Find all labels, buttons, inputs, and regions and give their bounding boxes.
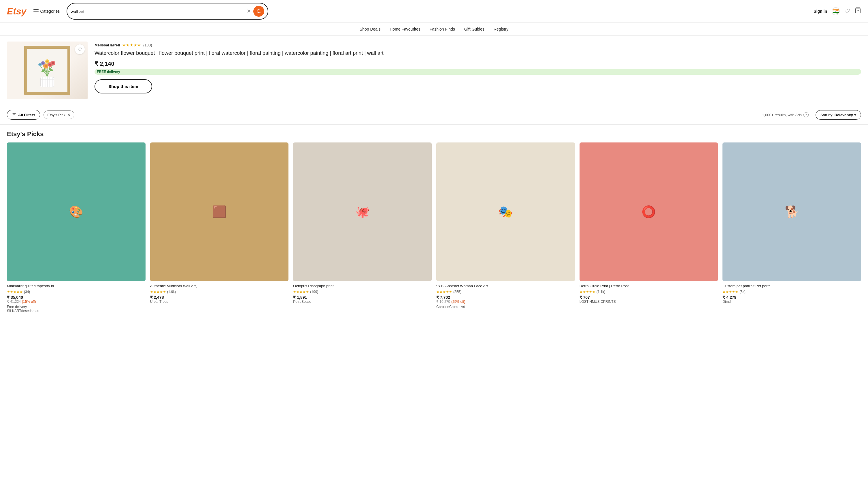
featured-product-title: Watercolor flower bouquet | flower bouqu… [95,50,861,57]
product-image-placeholder: 🟫 [150,143,289,281]
svg-point-25 [52,62,54,64]
navigation: Shop Deals Home Favourites Fashion Finds… [0,23,868,36]
clear-search-button[interactable]: ✕ [244,8,253,14]
product-rating-row: ★★★★★ (1.1k) [580,290,718,294]
svg-point-0 [257,9,260,13]
product-price: ₹ 7,702 [436,295,575,300]
product-price: ₹ 1,891 [293,295,432,300]
product-image: 🟫 [150,143,289,281]
product-seller: SILKARTdesedamas [7,309,146,313]
filters-row: All Filters Etsy's Pick ✕ 1,000+ results… [0,105,868,125]
cart-icon[interactable] [855,7,861,15]
product-stars: ★★★★★ [580,290,595,294]
product-card[interactable]: 🐕 Custom pet portrait Pet portr... ★★★★★… [722,143,861,313]
flower-artwork [31,51,63,90]
product-card[interactable]: 🟫 Authentic Mudcloth Wall Art, ... ★★★★★… [150,143,289,313]
product-reviews: (1.9k) [167,290,176,294]
sort-value: Relevancy [835,113,853,117]
product-reviews: (1.1k) [596,290,606,294]
filter-icon [12,113,17,117]
product-stars: ★★★★★ [7,290,23,294]
featured-wishlist-button[interactable]: ♡ [75,44,85,54]
picks-section: Etsy's Picks [0,125,868,138]
product-grid: 🎨 Minimalist quilted tapestry in... ★★★★… [0,143,868,322]
svg-rect-3 [41,77,54,87]
wishlist-icon[interactable]: ♡ [844,7,850,15]
product-image-placeholder: ⭕ [580,143,718,281]
nav-registry[interactable]: Registry [494,27,508,31]
all-filters-button[interactable]: All Filters [7,110,40,120]
product-price-row: ₹ 41,224 (15% off) [7,300,146,304]
featured-banner: ♡ MelissaHarrell ★★★★★ (180) Watercolor … [0,36,868,105]
product-price-row: ₹ 10,270 (25% off) [436,300,575,304]
product-image: ⭕ [580,143,718,281]
seller-stars: ★★★★★ [122,43,141,47]
product-seller: Dimdi [722,300,861,304]
product-image: 🎨 [7,143,146,281]
product-image-placeholder: 🐙 [293,143,432,281]
product-image-placeholder: 🐕 [722,143,861,281]
hamburger-icon [33,9,39,13]
product-discount: (25% off) [451,300,465,304]
product-name: Minimalist quilted tapestry in... [7,284,146,289]
product-image: 🎭 [436,143,575,281]
sort-label: Sort by: [820,113,833,117]
product-stars: ★★★★★ [293,290,309,294]
search-icon [256,9,261,13]
product-reviews: (34) [24,290,30,294]
product-image: 🐙 [293,143,432,281]
product-stars: ★★★★★ [150,290,166,294]
heart-icon: ♡ [78,47,82,52]
seller-name[interactable]: MelissaHarrell [95,43,120,47]
product-name: 9x12 Abstract Woman Face Art [436,284,575,289]
featured-product-image[interactable]: ♡ [7,41,88,99]
svg-line-1 [260,12,260,13]
product-stars: ★★★★★ [436,290,452,294]
svg-point-23 [42,62,44,64]
product-card[interactable]: ⭕ Retro Circle Print | Retro Post... ★★★… [580,143,718,313]
product-card[interactable]: 🐙 Octopus Risograph print ★★★★★ (199) ₹ … [293,143,432,313]
product-stars: ★★★★★ [722,290,738,294]
product-price: ₹ 35,040 [7,295,146,300]
seller-review-count: (180) [143,43,152,47]
results-text: 1,000+ results, with Ads [762,113,802,117]
categories-label: Categories [40,9,60,13]
picks-section-title: Etsy's Picks [7,130,861,138]
search-button[interactable] [253,6,264,17]
product-card[interactable]: 🎨 Minimalist quilted tapestry in... ★★★★… [7,143,146,313]
etsy-pick-filter-tag[interactable]: Etsy's Pick ✕ [43,111,74,119]
nav-gift-guides[interactable]: Gift Guides [464,27,485,31]
product-reviews: (199) [310,290,318,294]
product-card[interactable]: 🎭 9x12 Abstract Woman Face Art ★★★★★ (35… [436,143,575,313]
product-seller: UrbanTroos [150,300,289,304]
painting-frame [24,46,70,95]
chevron-down-icon: ▾ [854,113,856,117]
svg-point-27 [46,61,48,62]
sign-in-button[interactable]: Sign in [813,9,827,13]
nav-shop-deals[interactable]: Shop Deals [360,27,380,31]
categories-button[interactable]: Categories [31,7,62,15]
seller-row: MelissaHarrell ★★★★★ (180) [95,43,861,47]
sort-button[interactable]: Sort by: Relevancy ▾ [815,110,861,120]
country-flag[interactable]: 🇮🇳 [832,7,840,15]
shop-this-item-button[interactable]: Shop this item [95,79,152,93]
product-price: ₹ 4,279 [722,295,861,300]
product-old-price: ₹ 41,224 [7,300,21,304]
product-rating-row: ★★★★★ (199) [293,290,432,294]
search-input[interactable] [71,9,244,14]
etsy-logo[interactable]: Etsy [7,6,27,17]
header: Etsy Categories ✕ Sign in 🇮🇳 ♡ [0,0,868,23]
product-old-price: ₹ 10,270 [436,300,450,304]
results-count: 1,000+ results, with Ads ? [762,112,809,117]
featured-price: ₹ 2,140 [95,60,861,67]
nav-fashion-finds[interactable]: Fashion Finds [430,27,455,31]
search-bar: ✕ [67,3,268,20]
header-actions: Sign in 🇮🇳 ♡ [813,7,861,15]
product-price: ₹ 767 [580,295,718,300]
nav-home-favourites[interactable]: Home Favourites [390,27,421,31]
product-seller: LOSTINMUSICPRINTS [580,300,718,304]
product-delivery: Free delivery [7,305,146,309]
filter-tag-close-icon[interactable]: ✕ [67,113,71,117]
product-seller: PetraBoase [293,300,432,304]
info-icon[interactable]: ? [803,112,809,117]
